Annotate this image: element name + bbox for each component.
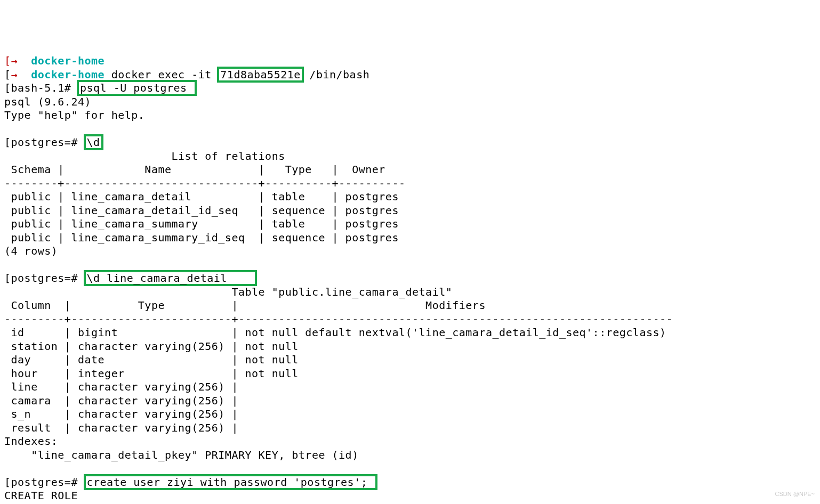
- relations-separator: --------+-----------------------------+-…: [4, 177, 405, 190]
- table-row: result | character varying(256) |: [4, 421, 245, 434]
- row-count: (4 rows): [4, 245, 58, 257]
- table-row: public | line_camara_summary | table | p…: [4, 217, 399, 230]
- table-detail-title: Table "public.line_camara_detail": [4, 286, 452, 298]
- terminal-output[interactable]: [→ docker-home [→ docker-home docker exe…: [0, 54, 820, 504]
- prev-prompt-line: [→ docker-home: [4, 54, 104, 67]
- table-row: line | character varying(256) |: [4, 380, 245, 393]
- create-role-output: CREATE ROLE: [4, 489, 78, 502]
- list-relations-cmd-line: [postgres=# \d: [4, 136, 102, 149]
- table-row: public | line_camara_detail_id_seq | seq…: [4, 204, 399, 217]
- postgres-prompt: [postgres=#: [4, 476, 85, 489]
- table-row: station | character varying(256) | not n…: [4, 340, 299, 353]
- psql-cmd-highlight: psql -U postgres: [77, 80, 197, 96]
- create-user-cmd-highlight: create user ziyi with password 'postgres…: [84, 474, 377, 490]
- table-row: id | bigint | not null default nextval('…: [4, 326, 666, 339]
- create-user-cmd-line: [postgres=# create user ziyi with passwo…: [4, 476, 376, 489]
- container-id-highlight: 71d8aba5521e: [217, 67, 304, 83]
- table-row: camara | character varying(256) |: [4, 394, 245, 407]
- table-row: s_n | character varying(256) |: [4, 408, 245, 420]
- host-name: docker-home: [31, 68, 104, 81]
- docker-cmd-pre: docker exec -it: [104, 68, 218, 81]
- relations-title: List of relations: [4, 150, 285, 162]
- d-table-cmd-highlight: \d line_camara_detail: [84, 270, 258, 286]
- table-row: public | line_camara_summary_id_seq | se…: [4, 231, 399, 244]
- table-row: public | line_camara_detail | table | po…: [4, 190, 399, 203]
- index-definition: "line_camara_detail_pkey" PRIMARY KEY, b…: [4, 449, 359, 461]
- bracket: [: [4, 68, 11, 81]
- table-detail-header: Column | Type | Modifiers: [4, 299, 673, 312]
- prompt-arrow: →: [11, 68, 31, 81]
- indexes-label: Indexes:: [4, 435, 58, 448]
- bash-prompt: [bash-5.1#: [4, 82, 78, 94]
- relations-header: Schema | Name | Type | Owner: [4, 163, 405, 176]
- docker-cmd-post: /bin/bash: [303, 68, 369, 81]
- psql-help-hint: Type "help" for help.: [4, 109, 144, 121]
- describe-table-cmd-line: [postgres=# \d line_camara_detail: [4, 272, 256, 284]
- table-row: hour | integer | not null: [4, 367, 299, 380]
- bash-psql-line: [bash-5.1# psql -U postgres: [4, 82, 196, 94]
- psql-version: psql (9.6.24): [4, 95, 91, 108]
- table-row: day | date | not null: [4, 353, 299, 366]
- postgres-prompt: [postgres=#: [4, 272, 85, 284]
- host-name: docker-home: [31, 54, 104, 67]
- postgres-prompt: [postgres=#: [4, 136, 85, 149]
- docker-exec-line: [→ docker-home docker exec -it 71d8aba55…: [4, 68, 369, 81]
- watermark: CSDN @NPE~: [775, 487, 815, 501]
- table-detail-separator: ---------+------------------------+-----…: [4, 313, 673, 326]
- prompt-arrow: [→: [4, 54, 31, 67]
- d-cmd-highlight: \d: [84, 134, 103, 150]
